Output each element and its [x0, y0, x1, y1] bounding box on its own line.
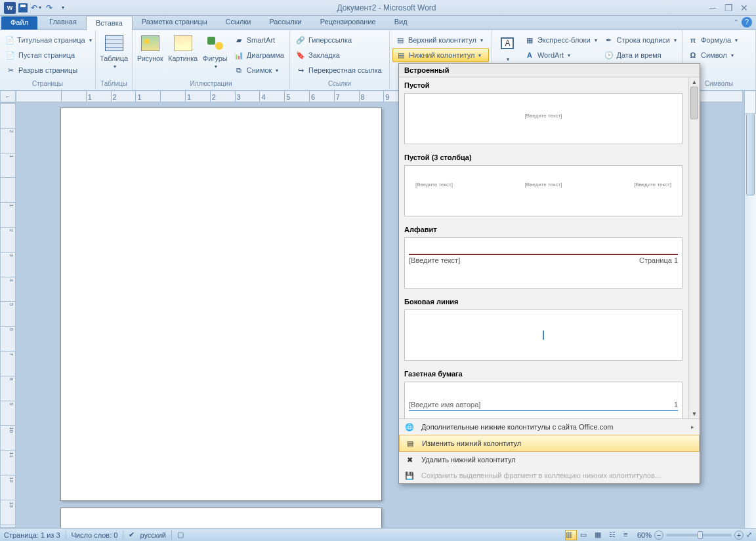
tab-mailings[interactable]: Рассылки	[260, 15, 310, 30]
macro-record-icon[interactable]: ▢	[177, 531, 184, 539]
signature-line-button[interactable]: ✒Строка подписи▾	[601, 33, 679, 47]
gallery-item-newspaper[interactable]: [Введите имя автора]1	[404, 382, 682, 418]
help-icon[interactable]: ?	[742, 17, 752, 28]
screenshot-button[interactable]: ⧉Снимок▾	[231, 63, 287, 77]
status-bar: Страница: 1 из 3 Число слов: 0 ✔ русский…	[0, 528, 756, 541]
status-lang[interactable]: русский	[140, 531, 165, 539]
group-illus-title: Иллюстрации	[135, 79, 287, 90]
word-icon[interactable]: W	[4, 2, 16, 14]
gallery-item-empty[interactable]: [Введите текст]	[404, 93, 682, 144]
gallery-item-title-3: Боковая линия	[399, 294, 688, 307]
view-print-layout-icon[interactable]: ▥	[565, 530, 577, 540]
gallery-page-label: Страница 1	[639, 256, 678, 264]
footer-label: Нижний колонтитул	[409, 51, 474, 59]
date-time-button[interactable]: 🕒Дата и время	[601, 48, 679, 62]
more-footers-label: Дополнительные нижние колонтитулы с сайт…	[421, 423, 613, 431]
view-web-icon[interactable]: ▦	[594, 530, 606, 540]
gallery-item-3cols[interactable]: [Введите текст] [Введите текст] [Введите…	[404, 165, 682, 216]
picture-label: Рисунок	[137, 55, 163, 62]
document-page-1[interactable]	[60, 108, 382, 501]
more-footers-button[interactable]: 🌐Дополнительные нижние колонтитулы с сай…	[399, 419, 700, 435]
gallery-placeholder: [Введите текст]	[415, 182, 453, 188]
zoom-value[interactable]: 60%	[637, 531, 652, 539]
blank-page-button[interactable]: 📄Пустая страница	[3, 48, 93, 62]
zoom-fit-icon[interactable]: ⤢	[746, 531, 752, 539]
cover-page-button[interactable]: 📄Титульная страница▾	[3, 33, 93, 47]
view-draft-icon[interactable]: ≡	[623, 530, 635, 540]
table-label: Таблица	[100, 54, 128, 62]
vertical-ruler[interactable]: 2112345678910111213141516171819202122232…	[0, 102, 16, 528]
tab-references[interactable]: Ссылки	[217, 15, 261, 30]
gallery-menu: 🌐Дополнительные нижние колонтитулы с сай…	[399, 418, 700, 483]
window-title: Документ2 - Microsoft Word	[72, 3, 701, 12]
smartart-button[interactable]: ▰SmartArt	[231, 33, 287, 47]
shapes-button[interactable]: Фигуры▾	[201, 31, 230, 79]
gallery-scrollbar[interactable]: ▲ ▼	[688, 77, 700, 418]
tab-layout[interactable]: Разметка страницы	[133, 15, 217, 30]
chart-label: Диаграмма	[247, 51, 284, 59]
hyperlink-button[interactable]: 🔗Гиперссылка	[293, 33, 387, 47]
tab-insert[interactable]: Вставка	[86, 16, 133, 30]
screenshot-label: Снимок	[247, 66, 272, 74]
symbol-button[interactable]: ΩСимвол▾	[685, 48, 753, 62]
quickparts-button[interactable]: ▦Экспресс-блоки▾	[522, 33, 600, 47]
shapes-label: Фигуры	[203, 54, 228, 62]
crossref-button[interactable]: ↪Перекрестная ссылка	[293, 63, 387, 77]
zoom-slider[interactable]	[666, 534, 732, 536]
proofing-icon[interactable]: ✔	[129, 531, 135, 539]
clipart-button[interactable]: Картинка	[167, 31, 200, 79]
remove-footer-label: Удалить нижний колонтитул	[421, 456, 516, 464]
group-tables-title: Таблицы	[98, 79, 129, 90]
scroll-thumb[interactable]	[746, 110, 755, 195]
save-icon[interactable]	[17, 2, 29, 14]
gallery-item-sideline[interactable]	[404, 310, 682, 361]
task-pane-toggle[interactable]	[744, 90, 756, 114]
quickparts-label: Экспресс-блоки	[537, 36, 591, 44]
table-button[interactable]: Таблица▾	[98, 31, 129, 79]
bookmark-button[interactable]: 🔖Закладка	[293, 48, 387, 62]
group-links-title: Ссылки	[293, 79, 387, 90]
footer-button[interactable]: ▤Нижний колонтитул▾	[392, 48, 489, 62]
zoom-in-icon[interactable]: +	[734, 531, 744, 540]
qat-customize-icon[interactable]: ▾	[56, 2, 68, 14]
restore-icon[interactable]: ❐	[722, 3, 735, 13]
save-footer-label: Сохранить выделенный фрагмент в коллекци…	[421, 471, 662, 479]
zoom-out-icon[interactable]: −	[654, 531, 663, 540]
remove-footer-button[interactable]: ✖Удалить нижний колонтитул	[399, 452, 700, 468]
picture-button[interactable]: Рисунок	[135, 31, 165, 79]
undo-icon[interactable]: ↶▾	[30, 2, 42, 14]
zoom-knob[interactable]	[698, 531, 703, 539]
chart-button[interactable]: 📊Диаграмма	[231, 48, 287, 62]
scroll-up-icon[interactable]: ▲	[689, 77, 700, 87]
gallery-item-alphabet[interactable]: [Введите текст]Страница 1	[404, 237, 682, 289]
minimize-icon[interactable]: ─	[706, 3, 719, 13]
tab-home[interactable]: Главная	[40, 15, 86, 30]
scroll-thumb[interactable]	[690, 87, 698, 119]
window-controls: ─ ❐ ✕	[701, 3, 756, 13]
tab-review[interactable]: Рецензирование	[311, 15, 385, 30]
page-break-button[interactable]: ✂Разрыв страницы	[3, 63, 93, 77]
scroll-down-icon[interactable]: ▼	[689, 409, 700, 418]
gallery-placeholder: [Введите текст]	[525, 113, 562, 119]
status-page[interactable]: Страница: 1 из 3	[4, 531, 60, 539]
header-button[interactable]: ▤Верхний колонтитул▾	[392, 33, 489, 47]
close-icon[interactable]: ✕	[738, 3, 751, 13]
equation-button[interactable]: πФормула▾	[685, 33, 753, 47]
document-page-2[interactable]	[60, 508, 382, 528]
status-words[interactable]: Число слов: 0	[72, 531, 118, 539]
wordart-button[interactable]: AWordArt▾	[522, 48, 600, 62]
crossref-label: Перекрестная ссылка	[308, 66, 382, 74]
minimize-ribbon-icon[interactable]: ⌃	[733, 18, 739, 27]
edit-footer-button[interactable]: ▤Изменить нижний колонтитул	[399, 435, 700, 452]
gallery-header: Встроенный	[399, 64, 700, 77]
vertical-scrollbar[interactable]	[744, 102, 756, 528]
datetime-label: Дата и время	[617, 51, 662, 59]
group-tables: Таблица▾ Таблицы	[96, 30, 133, 90]
view-outline-icon[interactable]: ☷	[608, 530, 620, 540]
redo-icon[interactable]: ↷	[43, 2, 55, 14]
tab-file[interactable]: Файл	[1, 16, 37, 30]
cover-page-label: Титульная страница	[17, 36, 85, 44]
tab-view[interactable]: Вид	[385, 15, 417, 30]
group-pages-title: Страницы	[3, 79, 93, 90]
view-reading-icon[interactable]: ▭	[579, 530, 591, 540]
